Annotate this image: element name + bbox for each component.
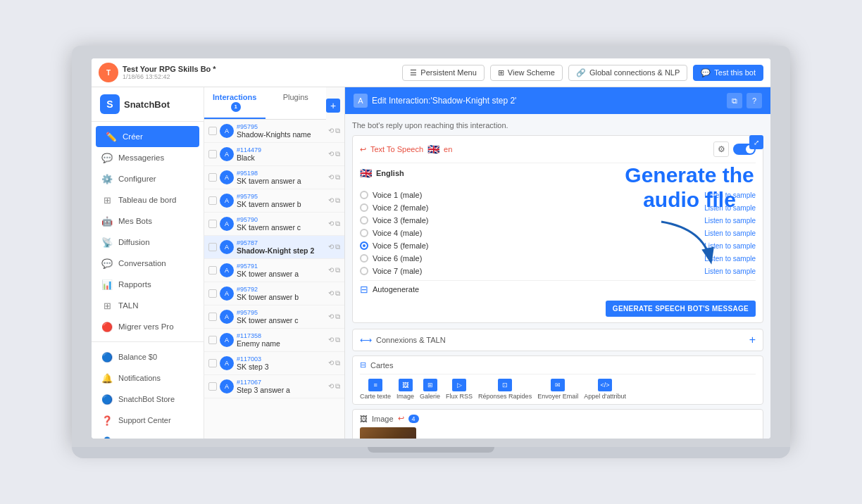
test-bot-btn[interactable]: 💬 Test this bot (693, 65, 763, 81)
sidebar-item-balance[interactable]: 🔵 Balance $0 (92, 346, 204, 367)
card-tool-appel-attribut[interactable]: </> Appel d'attribut (584, 379, 626, 400)
help-btn[interactable]: ? (747, 93, 762, 108)
global-connections-btn[interactable]: 🔗 Global connections & NLP (568, 65, 687, 81)
connections-section[interactable]: ⟷ Connexions & TALN + (352, 329, 763, 351)
voice-3-radio[interactable]: Voice 3 (female) (360, 216, 428, 225)
tab-interactions[interactable]: Interactions 1 (204, 87, 266, 119)
panel-tabs-row: Interactions 1 Plugins + (204, 87, 344, 120)
editor-panel: A Edit Interaction:'Shadow-Knight step 2… (345, 87, 770, 439)
expand-icon: ⤢ (749, 135, 763, 149)
item-info: #95198 SK tavern answer a (237, 170, 325, 185)
item-checkbox[interactable] (208, 382, 217, 391)
cards-toolbar: ≡ Carte texte 🖼 Image ⊞ Galerie (360, 374, 756, 400)
list-item[interactable]: A #95791 SK tower answer a ⟲ ⧉ (204, 259, 344, 282)
item-checkbox[interactable] (208, 173, 217, 182)
listen-sample-5[interactable]: Listen to sample (704, 242, 756, 250)
item-checkbox[interactable] (208, 196, 217, 205)
card-tool-envoyer-email[interactable]: ✉ Envoyer Email (537, 379, 578, 400)
list-item[interactable]: A #117003 SK step 3 ⟲ ⧉ (204, 352, 344, 375)
migrer-icon: 🔴 (101, 321, 113, 332)
card-tool-galerie[interactable]: ⊞ Galerie (420, 379, 440, 400)
card-tool-image[interactable]: 🖼 Image (396, 379, 414, 400)
sidebar-item-tableau[interactable]: ⊞ Tableau de bord (92, 189, 204, 210)
sidebar-item-diffusion[interactable]: 📡 Diffusion (92, 232, 204, 253)
item-checkbox[interactable] (208, 336, 217, 344)
voice-6-radio[interactable]: Voice 6 (male) (360, 254, 422, 263)
list-item[interactable]: A #95795 Shadow-Knights name ⟲ ⧉ (204, 120, 344, 143)
card-tool-flux-rss[interactable]: ▷ Flux RSS (446, 379, 473, 400)
radio-circle (360, 229, 368, 237)
listen-sample-3[interactable]: Listen to sample (704, 217, 756, 225)
sidebar-item-migrer[interactable]: 🔴 Migrer vers Pro (92, 316, 204, 337)
sidebar-item-notifications[interactable]: 🔔 Notifications (92, 367, 204, 389)
item-avatar: A (220, 263, 234, 277)
tts-gear-btn[interactable]: ⚙ (713, 141, 729, 157)
mes-bots-icon: 🤖 (101, 215, 113, 227)
sidebar-item-store[interactable]: 🔵 SnatchBot Store (92, 389, 204, 410)
editor-hint: The bot's reply upon reaching this inter… (352, 121, 763, 130)
support-icon: ❓ (101, 415, 113, 426)
item-avatar: A (220, 333, 234, 347)
connections-icon: ⟷ (360, 335, 372, 345)
sidebar-item-mes-bots[interactable]: 🤖 Mes Bots (92, 210, 204, 232)
rapports-icon: 📊 (101, 279, 113, 290)
list-item[interactable]: A #117067 Step 3 answer a ⟲ ⧉ (204, 375, 344, 398)
item-checkbox[interactable] (208, 313, 217, 321)
item-avatar: A (220, 147, 234, 161)
sidebar-item-rapports[interactable]: 📊 Rapports (92, 274, 204, 295)
generate-speech-btn[interactable]: GENERATE SPEECH BOT'S MESSAGE (606, 301, 756, 317)
sidebar-item-configurer[interactable]: ⚙️ Configurer (92, 168, 204, 189)
tts-wrapper: ↩ Text To Speech 🇬🇧 en ⚙ (352, 135, 763, 323)
list-item-active[interactable]: A #95787 Shadow-Knight step 2 ⟲ ⧉ (204, 236, 344, 259)
sidebar-item-messageries[interactable]: 💬 Messageries (92, 147, 204, 168)
listen-sample-2[interactable]: Listen to sample (704, 204, 756, 212)
voice-7-radio[interactable]: Voice 7 (male) (360, 267, 422, 275)
voice-4-radio[interactable]: Voice 4 (male) (360, 229, 422, 237)
list-item[interactable]: A #114479 Black ⟲ ⧉ (204, 143, 344, 166)
tab-plugins[interactable]: Plugins (266, 87, 327, 119)
item-checkbox[interactable] (208, 359, 217, 367)
cards-section: ⊟ Cartes ≡ Carte texte 🖼 (352, 355, 763, 405)
diffusion-icon: 📡 (101, 237, 113, 248)
list-item[interactable]: A #95198 SK tavern answer a ⟲ ⧉ (204, 166, 344, 189)
list-item[interactable]: A #95792 SK tower answer b ⟲ ⧉ (204, 282, 344, 305)
tts-label: ↩ Text To Speech 🇬🇧 en (360, 144, 452, 155)
item-checkbox[interactable] (208, 127, 217, 135)
item-checkbox[interactable] (208, 150, 217, 158)
sidebar-item-user[interactable]: 👤 yosra yosra (92, 431, 204, 439)
sidebar-item-creer[interactable]: ✏️ Créer (96, 126, 199, 147)
voice-row-4: Voice 4 (male) Listen to sample (360, 227, 756, 239)
voice-5-radio[interactable]: Voice 5 (female) (360, 241, 428, 250)
connections-add-btn[interactable]: + (749, 334, 756, 346)
list-item[interactable]: A #95795 SK tavern answer b ⟲ ⧉ (204, 189, 344, 213)
autogenerate-row: ⊟ Autogenerate (360, 280, 756, 295)
sidebar-item-support[interactable]: ❓ Support Center (92, 410, 204, 431)
list-item[interactable]: A #95795 SK tower answer c ⟲ ⧉ (204, 305, 344, 329)
voice-row-2: Voice 2 (female) Listen to sample (360, 201, 756, 214)
listen-sample-4[interactable]: Listen to sample (704, 229, 756, 237)
persistent-menu-btn[interactable]: ☰ Persistent Menu (402, 65, 484, 81)
card-tool-reponses-rapides[interactable]: ⊡ Réponses Rapides (478, 379, 532, 400)
autogen-icon: ⊟ (360, 284, 368, 295)
tts-section: ↩ Text To Speech 🇬🇧 en ⚙ (352, 135, 763, 323)
copy-btn[interactable]: ⧉ (727, 93, 742, 108)
voice-2-radio[interactable]: Voice 2 (female) (360, 203, 428, 212)
item-checkbox[interactable] (208, 220, 217, 228)
item-avatar: A (220, 170, 234, 184)
voice-1-radio[interactable]: Voice 1 (male) (360, 191, 422, 199)
listen-sample-6[interactable]: Listen to sample (704, 255, 756, 263)
sidebar-nav: ✏️ Créer 💬 Messageries ⚙️ Configurer (92, 122, 204, 341)
listen-sample-1[interactable]: Listen to sample (704, 191, 756, 199)
list-item[interactable]: A #95790 SK tavern answer c ⟲ ⧉ (204, 213, 344, 236)
list-item[interactable]: A #117358 Enemy name ⟲ ⧉ (204, 329, 344, 352)
view-scheme-btn[interactable]: ⊞ View Scheme (490, 65, 563, 81)
listen-sample-7[interactable]: Listen to sample (704, 267, 756, 275)
sidebar-item-taln[interactable]: ⊞ TALN (92, 295, 204, 316)
store-icon: 🔵 (101, 393, 113, 405)
item-checkbox[interactable] (208, 243, 217, 251)
card-tool-carte-texte[interactable]: ≡ Carte texte (360, 379, 391, 400)
item-checkbox[interactable] (208, 266, 217, 275)
add-interaction-btn[interactable]: + (326, 99, 340, 113)
item-checkbox[interactable] (208, 289, 217, 298)
sidebar-item-conversation[interactable]: 💬 Conversation (92, 253, 204, 274)
